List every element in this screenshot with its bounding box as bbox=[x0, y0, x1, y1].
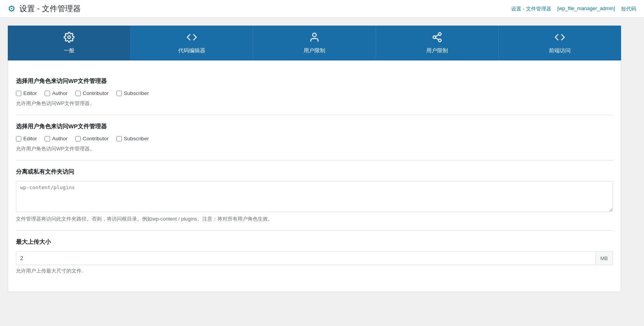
checkbox-subscriber-2[interactable]: Subscriber bbox=[116, 136, 149, 141]
tab-user-restrict-1[interactable]: 用户限制 bbox=[253, 26, 376, 60]
checkbox-editor-2[interactable]: Editor bbox=[16, 136, 37, 141]
checkbox-author-1-input[interactable] bbox=[45, 91, 50, 96]
breadcrumb-item-3[interactable]: 短代码 bbox=[621, 5, 636, 12]
header-gear-icon: ⚙ bbox=[8, 4, 16, 14]
page-title: 设置 - 文件管理器 bbox=[19, 3, 81, 14]
admin-header: ⚙ 设置 - 文件管理器 设置 - 文件管理器 [wp_file_manager… bbox=[0, 0, 644, 18]
tab-code-editor[interactable]: 代码编辑器 bbox=[130, 26, 253, 60]
checkbox-contributor-2-label: Contributor bbox=[83, 136, 109, 141]
svg-point-0 bbox=[68, 36, 70, 39]
upload-size-input-row: MB bbox=[16, 251, 613, 265]
tab-user-restrict-2-label: 用户限制 bbox=[426, 47, 448, 54]
upload-size-suffix: MB bbox=[596, 251, 613, 265]
checkbox-editor-2-label: Editor bbox=[23, 136, 37, 141]
breadcrumb-item-2[interactable]: [wp_file_manager_admin] bbox=[557, 5, 615, 12]
checkbox-subscriber-1-input[interactable] bbox=[116, 91, 122, 96]
section-upload-size: 最大上传大小 MB 允许用户上传最大尺寸的文件. bbox=[16, 231, 613, 282]
path-textarea[interactable] bbox=[16, 181, 613, 212]
share-tab-icon bbox=[432, 32, 443, 44]
svg-point-1 bbox=[312, 33, 316, 37]
tab-code-editor-label: 代码编辑器 bbox=[178, 47, 205, 54]
checkbox-editor-1-label: Editor bbox=[23, 90, 37, 96]
section-user-roles-1: 选择用户角色来访问WP文件管理器 Editor Author Contribut… bbox=[16, 70, 613, 115]
section3-desc: 文件管理器将访问此文件夹路径。否则，将访问根目录。例如wp-content / … bbox=[16, 216, 613, 223]
breadcrumb-separator bbox=[554, 5, 555, 12]
section1-desc: 允许用户角色访问WP文件管理器。 bbox=[16, 100, 613, 107]
checkbox-editor-1-input[interactable] bbox=[16, 91, 21, 96]
tab-general-label: 一般 bbox=[64, 47, 75, 54]
checkbox-contributor-1[interactable]: Contributor bbox=[75, 90, 109, 96]
section1-checkbox-group: Editor Author Contributor Subscriber bbox=[16, 90, 613, 96]
breadcrumb-item-1[interactable]: 设置 - 文件管理器 bbox=[511, 5, 551, 12]
checkbox-subscriber-1[interactable]: Subscriber bbox=[116, 90, 149, 96]
tab-bar: 一般 代码编辑器 用户限制 bbox=[8, 26, 621, 60]
checkbox-editor-2-input[interactable] bbox=[16, 136, 21, 141]
breadcrumb-separator2 bbox=[617, 5, 619, 12]
main-content: 一般 代码编辑器 用户限制 bbox=[0, 18, 629, 300]
checkbox-contributor-1-label: Contributor bbox=[83, 90, 109, 96]
frontend-tab-icon bbox=[554, 32, 565, 44]
user-tab-icon bbox=[309, 32, 320, 44]
tab-frontend-label: 前端访问 bbox=[549, 47, 571, 54]
checkbox-author-1-label: Author bbox=[52, 90, 68, 96]
checkbox-subscriber-2-input[interactable] bbox=[116, 136, 122, 141]
header-right: 设置 - 文件管理器 [wp_file_manager_admin] 短代码 bbox=[511, 5, 636, 12]
gear-tab-icon bbox=[64, 32, 75, 44]
tab-user-restrict-2[interactable]: 用户限制 bbox=[376, 26, 499, 60]
content-panel: 选择用户角色来访问WP文件管理器 Editor Author Contribut… bbox=[8, 60, 621, 292]
checkbox-subscriber-2-label: Subscriber bbox=[124, 136, 149, 141]
checkbox-contributor-1-input[interactable] bbox=[75, 91, 81, 96]
section2-checkbox-group: Editor Author Contributor Subscriber bbox=[16, 136, 613, 141]
checkbox-contributor-2-input[interactable] bbox=[75, 136, 81, 141]
tab-general[interactable]: 一般 bbox=[8, 26, 130, 60]
tab-user-restrict-1-label: 用户限制 bbox=[304, 47, 325, 54]
tab-frontend[interactable]: 前端访问 bbox=[499, 26, 621, 60]
header-left: ⚙ 设置 - 文件管理器 bbox=[8, 3, 81, 14]
section4-title: 最大上传大小 bbox=[16, 238, 613, 246]
section2-title: 选择用户角色来访问WP文件管理器 bbox=[16, 123, 613, 130]
section2-desc: 允许用户角色访问WP文件管理器。 bbox=[16, 145, 613, 152]
section1-title: 选择用户角色来访问WP文件管理器 bbox=[16, 78, 613, 85]
checkbox-editor-1[interactable]: Editor bbox=[16, 90, 37, 96]
checkbox-author-2-label: Author bbox=[52, 136, 68, 141]
upload-size-input[interactable] bbox=[16, 251, 596, 265]
checkbox-contributor-2[interactable]: Contributor bbox=[75, 136, 109, 141]
checkbox-author-1[interactable]: Author bbox=[45, 90, 68, 96]
checkbox-subscriber-1-label: Subscriber bbox=[124, 90, 149, 96]
checkbox-author-2[interactable]: Author bbox=[45, 136, 68, 141]
section3-title: 分离或私有文件夹访问 bbox=[16, 168, 613, 176]
section4-desc: 允许用户上传最大尺寸的文件. bbox=[16, 267, 613, 274]
svg-line-6 bbox=[436, 35, 439, 37]
section-path: 分离或私有文件夹访问 文件管理器将访问此文件夹路径。否则，将访问根目录。例如wp… bbox=[16, 160, 613, 231]
code-tab-icon bbox=[186, 32, 197, 44]
checkbox-author-2-input[interactable] bbox=[45, 136, 50, 141]
section-user-roles-2: 选择用户角色来访问WP文件管理器 Editor Author Contribut… bbox=[16, 115, 613, 160]
svg-line-5 bbox=[436, 38, 439, 40]
